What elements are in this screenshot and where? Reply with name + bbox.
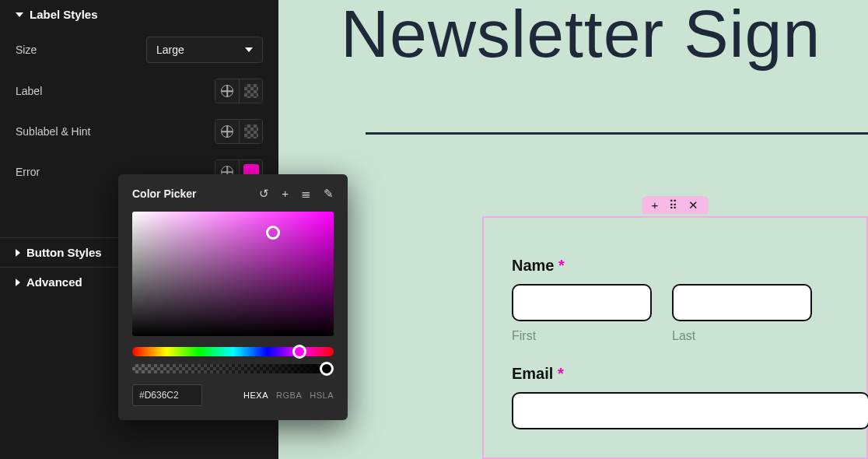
saturation-value-area[interactable] xyxy=(132,212,334,336)
required-asterisk: * xyxy=(558,365,564,382)
caret-right-icon xyxy=(16,249,20,257)
caret-right-icon xyxy=(16,279,20,286)
first-name-input[interactable] xyxy=(512,284,652,321)
email-field-label: Email * xyxy=(512,365,838,383)
section-label-styles[interactable]: Label Styles xyxy=(0,0,278,29)
reset-icon[interactable]: ↺ xyxy=(259,187,269,201)
first-name-sublabel: First xyxy=(512,329,652,343)
sublabel-hint-label: Sublabel & Hint xyxy=(16,125,215,138)
color-mode-tabs: HEXA RGBA HSLA xyxy=(243,391,334,400)
section-title: Label Styles xyxy=(30,8,98,21)
sv-knob[interactable] xyxy=(266,226,280,240)
global-color-button[interactable] xyxy=(215,120,239,143)
required-asterisk: * xyxy=(558,257,565,274)
row-size: Size Large xyxy=(0,29,278,71)
sidebar: Label Styles Size Large Label Sublabel &… xyxy=(0,0,278,459)
palette-icon[interactable]: ≣ xyxy=(301,187,311,201)
canvas: Newsletter Sign + ⠿ ✕ Name * First Last xyxy=(278,0,868,459)
last-name-input[interactable] xyxy=(672,284,812,321)
label-swatch-group xyxy=(215,79,263,103)
globe-icon xyxy=(221,85,233,97)
transparent-swatch-icon xyxy=(244,124,258,138)
mode-hexa[interactable]: HEXA xyxy=(243,391,268,400)
section-title: Button Styles xyxy=(26,246,102,259)
size-select[interactable]: Large xyxy=(146,37,263,63)
size-label: Size xyxy=(16,44,146,56)
sublabel-swatch-group xyxy=(215,119,263,144)
sublabel-color-swatch[interactable] xyxy=(239,120,262,143)
transparent-swatch-icon xyxy=(244,84,258,98)
mode-rgba[interactable]: RGBA xyxy=(276,391,302,400)
form: Name * First Last Email * xyxy=(484,218,866,459)
chevron-down-icon xyxy=(245,47,253,52)
color-picker-popover: Color Picker ↺ + ≣ ✎ HEXA RGBA HSLA xyxy=(118,174,348,420)
email-input[interactable] xyxy=(512,392,868,429)
drag-handle-icon[interactable]: ⠿ xyxy=(669,199,677,211)
add-icon[interactable]: + xyxy=(282,187,289,201)
label-color-swatch[interactable] xyxy=(239,79,262,103)
eyedropper-icon[interactable]: ✎ xyxy=(324,187,334,201)
global-color-button[interactable] xyxy=(215,79,239,103)
selection-toolbar: + ⠿ ✕ xyxy=(642,196,709,214)
add-element-button[interactable]: + xyxy=(652,199,659,211)
name-field-label: Name * xyxy=(512,257,838,275)
hue-knob[interactable] xyxy=(292,345,306,359)
size-value: Large xyxy=(156,44,184,56)
mode-hsla[interactable]: HSLA xyxy=(310,391,334,400)
last-name-sublabel: Last xyxy=(672,329,812,343)
hue-slider[interactable] xyxy=(132,347,334,356)
alpha-knob[interactable] xyxy=(320,362,334,376)
divider xyxy=(366,132,868,135)
row-label: Label xyxy=(0,71,278,111)
caret-down-icon xyxy=(16,12,23,17)
alpha-slider[interactable] xyxy=(132,364,334,373)
label-label: Label xyxy=(16,85,215,97)
section-title: Advanced xyxy=(26,275,82,289)
form-selection-outline[interactable]: + ⠿ ✕ Name * First Last Email * xyxy=(482,216,868,459)
page-headline: Newsletter Sign xyxy=(341,0,821,72)
close-button[interactable]: ✕ xyxy=(688,199,698,211)
row-sublabel-hint: Sublabel & Hint xyxy=(0,111,278,152)
globe-icon xyxy=(221,125,233,138)
color-picker-title: Color Picker xyxy=(132,187,196,200)
hex-input[interactable] xyxy=(132,384,202,406)
